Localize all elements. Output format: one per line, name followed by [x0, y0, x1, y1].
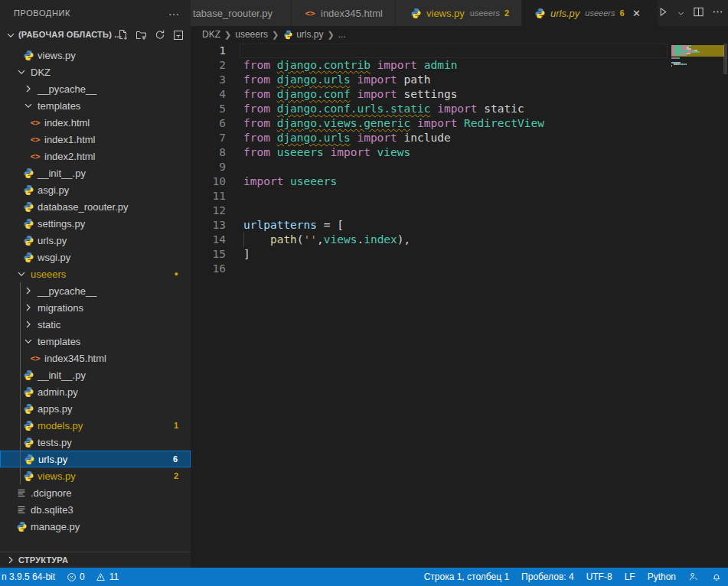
- code-line[interactable]: 8from useeers import views: [191, 145, 728, 160]
- chevron-down-icon[interactable]: [22, 335, 34, 347]
- tree-item-asgi-py[interactable]: asgi.py: [0, 181, 191, 198]
- code-line[interactable]: 12: [191, 203, 728, 218]
- new-folder-icon[interactable]: [135, 29, 148, 41]
- breadcrumb-item-useeers[interactable]: useeers: [235, 29, 268, 40]
- status-error-count[interactable]: 0: [66, 571, 85, 582]
- status-cursor-position[interactable]: Строка 1, столбец 1: [424, 571, 509, 582]
- breadcrumb-item-symbol[interactable]: ...: [338, 29, 346, 40]
- collapse-all-icon[interactable]: [172, 29, 184, 41]
- tree-item-init-py[interactable]: __init__.py: [0, 366, 191, 383]
- html-icon: <>: [29, 133, 41, 145]
- tree-item-views-py[interactable]: views.py2: [0, 467, 191, 484]
- code-line[interactable]: 14 path('',views.index),: [191, 233, 728, 247]
- code-line[interactable]: 3from django.urls import path: [191, 73, 728, 87]
- file-tree[interactable]: views.pyDKZ__pycache__templates<>index.h…: [0, 47, 191, 535]
- more-actions-icon[interactable]: [712, 6, 723, 21]
- minimap-slider[interactable]: [723, 44, 727, 74]
- tree-item-index345-html[interactable]: <>index345.html: [0, 350, 191, 366]
- chevron-right-icon[interactable]: [22, 83, 34, 95]
- tree-item-templates[interactable]: templates: [0, 97, 191, 114]
- tree-item-views-py[interactable]: views.py: [0, 47, 191, 63]
- code-editor[interactable]: 12from django.contrib import admin3from …: [191, 43, 728, 568]
- status-python-interpreter[interactable]: n 3.9.5 64-bit: [2, 571, 55, 582]
- status-warning-count[interactable]: 11: [96, 571, 119, 582]
- code-line[interactable]: 9: [191, 160, 728, 174]
- code-line[interactable]: 15]: [191, 247, 728, 262]
- tree-item-useeers[interactable]: useeers●: [0, 265, 191, 282]
- breadcrumb[interactable]: DKZ ❯ useeers ❯ urls.py ❯ ...: [191, 26, 728, 43]
- tree-item-wsgi-py[interactable]: wsgi.py: [0, 249, 191, 265]
- new-file-icon[interactable]: [117, 29, 129, 41]
- tree-item-urls-py[interactable]: urls.py: [0, 232, 191, 249]
- tree-item-urls-py[interactable]: urls.py6: [0, 451, 191, 467]
- tree-item-index1-html[interactable]: <>index1.html: [0, 131, 191, 148]
- tree-item-dkz[interactable]: DKZ: [0, 63, 191, 80]
- tab-urls-py[interactable]: urls.py useeers 6 ✕: [522, 0, 658, 26]
- chevron-down-icon[interactable]: [15, 268, 28, 280]
- code-line[interactable]: 13urlpatterns = [: [191, 218, 728, 233]
- status-live-share[interactable]: [688, 571, 699, 582]
- run-icon[interactable]: [658, 6, 669, 21]
- status-label: Строка 1, столбец 1: [424, 571, 509, 582]
- chevron-down-icon[interactable]: [677, 7, 685, 21]
- tree-item-static[interactable]: static: [0, 316, 191, 333]
- html-icon: <>: [29, 116, 41, 129]
- split-editor-icon[interactable]: [693, 6, 704, 21]
- tree-item-manage-py[interactable]: manage.py: [0, 518, 191, 535]
- refresh-icon[interactable]: [154, 29, 166, 41]
- status-eol[interactable]: LF: [625, 571, 635, 582]
- tree-item-templates[interactable]: templates: [0, 333, 191, 350]
- chevron-down-icon[interactable]: [5, 29, 17, 41]
- tree-item-database-roouter-py[interactable]: database_roouter.py: [0, 198, 191, 215]
- tab-index345-html[interactable]: <> index345.html: [292, 0, 396, 26]
- code-token: path: [404, 73, 431, 86]
- code-text: from django.conf.urls.static import stat…: [243, 102, 524, 116]
- code-line[interactable]: 2from django.contrib import admin: [191, 58, 728, 73]
- code-line[interactable]: 7from django.urls import include: [191, 131, 728, 145]
- minimap[interactable]: [670, 44, 725, 135]
- code-line[interactable]: 4from django.conf import settings: [191, 87, 728, 102]
- chevron-down-icon[interactable]: [22, 99, 34, 112]
- minimap-line: [671, 67, 725, 68]
- tree-item-pycache[interactable]: __pycache__: [0, 80, 191, 97]
- breadcrumb-item-file[interactable]: urls.py: [296, 29, 323, 40]
- code-lines[interactable]: 12from django.contrib import admin3from …: [191, 44, 728, 276]
- tab-views-py[interactable]: views.py useeers 2: [396, 0, 522, 26]
- code-line[interactable]: 5from django.conf.urls.static import sta…: [191, 102, 728, 116]
- tree-item-init-py[interactable]: __init__.py: [0, 164, 191, 181]
- tree-item-index-html[interactable]: <>index.html: [0, 114, 191, 131]
- status-encoding[interactable]: UTF-8: [586, 571, 612, 582]
- tree-item-dcignore[interactable]: .dcignore: [0, 484, 191, 501]
- chevron-right-icon[interactable]: [22, 285, 34, 297]
- tree-item-label: manage.py: [31, 521, 80, 532]
- chevron-right-icon[interactable]: [22, 301, 34, 314]
- chevron-down-icon[interactable]: [15, 66, 28, 78]
- tab-database-roouter[interactable]: tabase_roouter.py: [191, 0, 292, 26]
- status-indentation[interactable]: Пробелов: 4: [521, 571, 574, 582]
- code-line[interactable]: 11: [191, 189, 728, 203]
- tree-item-db-sqlite3[interactable]: db.sqlite3: [0, 501, 191, 518]
- tree-item-migrations[interactable]: migrations: [0, 299, 191, 316]
- status-language-mode[interactable]: Python: [648, 571, 676, 582]
- explorer-sidebar: ПРОВОДНИК … (РАБОЧАЯ ОБЛАСТЬ) ...: [0, 0, 191, 568]
- chevron-right-icon[interactable]: [22, 318, 34, 330]
- code-line[interactable]: 6from django.views.generic import Redire…: [191, 116, 728, 131]
- chevron-right-icon[interactable]: [5, 554, 17, 566]
- line-number: 10: [191, 174, 226, 189]
- tree-item-tests-py[interactable]: tests.py: [0, 434, 191, 451]
- code-line[interactable]: 16: [191, 262, 728, 276]
- code-line[interactable]: 10import useeers: [191, 174, 728, 189]
- status-notifications[interactable]: [711, 571, 722, 582]
- tree-item-pycache[interactable]: __pycache__: [0, 282, 191, 299]
- outline-section-header[interactable]: СТРУКТУРА: [0, 552, 191, 568]
- close-icon[interactable]: ✕: [631, 8, 643, 19]
- breadcrumb-item-dkz[interactable]: DKZ: [202, 29, 220, 40]
- tree-item-apps-py[interactable]: apps.py: [0, 400, 191, 417]
- tree-item-admin-py[interactable]: admin.py: [0, 383, 191, 400]
- tree-item-settings-py[interactable]: settings.py: [0, 215, 191, 232]
- tree-item-index2-html[interactable]: <>index2.html: [0, 148, 191, 164]
- workspace-section-header[interactable]: (РАБОЧАЯ ОБЛАСТЬ) ...: [0, 27, 191, 44]
- explorer-more-actions-icon[interactable]: …: [165, 4, 182, 21]
- tree-item-models-py[interactable]: models.py1: [0, 417, 191, 434]
- code-line[interactable]: 1: [191, 44, 728, 58]
